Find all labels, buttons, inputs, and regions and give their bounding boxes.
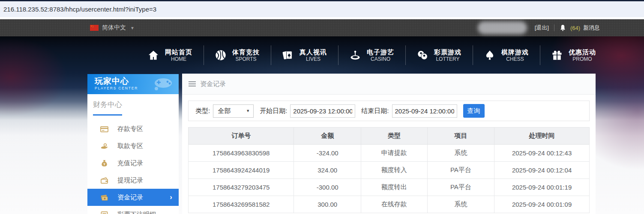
nav-item-chess[interactable]: 棋牌游戏 CHESS [473, 43, 540, 68]
fund-records-table: 订单号 金额 类型 项目 处理时间 1758643963830598 -324.… [188, 127, 590, 213]
lottery-balls-icon [416, 49, 428, 61]
cell-order-no: 1758643269581582 [189, 196, 294, 213]
cell-amount: 324.00 [294, 162, 361, 179]
gamepad-icon [152, 76, 174, 93]
nav-item-lottery[interactable]: 彩票游戏 LOTTERY [405, 43, 473, 68]
browser-address-bar[interactable]: 216.118.235.52:8783/hhcp/usercenter.html… [0, 1, 644, 17]
header-order-no: 订单号 [189, 128, 294, 145]
cell-item: 系统 [427, 145, 494, 162]
table-header-row: 订单号 金额 类型 项目 处理时间 [189, 128, 590, 145]
chevron-down-icon: ▼ [246, 109, 250, 113]
nav-label-en: HOME [171, 56, 186, 62]
section-underline [93, 114, 122, 116]
sidebar-menu: 存款专区 取款专区 充值记录 [87, 120, 179, 214]
sidebar-item-deposit-zone[interactable]: 存款专区 [87, 120, 179, 137]
table-row: 1758643269581582 300.00 在线存款 系统 2025-09-… [189, 196, 590, 213]
content-panel: 资金记录 类型: 全部 ▼ 开始日期: 结束日期: 查询 订单号 金额 类型 项… [182, 74, 596, 214]
sidebar-item-lottery-bet-details[interactable]: 彩票下注明细 [87, 206, 179, 214]
hamburger-icon [189, 80, 196, 88]
cell-type: 额度转出 [361, 179, 428, 196]
start-date-label: 开始日期: [260, 107, 287, 115]
gift-icon [551, 49, 563, 61]
cell-item: PA平台 [427, 162, 494, 179]
sidebar-item-withdraw-zone[interactable]: 取款专区 [87, 137, 179, 155]
sidebar-item-label: 资金记录 [117, 193, 143, 202]
divider [554, 24, 554, 31]
spade-icon [484, 49, 496, 61]
playing-cards-icon [282, 49, 294, 61]
sidebar-item-label: 充值记录 [117, 159, 143, 167]
sidebar-header: 玩家中心 PLAYERS CENTER [87, 74, 179, 94]
table-row: 1758643924244019 324.00 额度转入 PA平台 2025-0… [189, 162, 590, 179]
nav-label-en: SPORTS [235, 56, 256, 62]
nav-label-zh: 体育竞技 [232, 48, 260, 56]
nav-label-en: LIVES [306, 56, 321, 62]
type-filter-label: 类型: [195, 107, 210, 115]
sidebar-item-fund-records[interactable]: 资金记录 › [87, 189, 179, 206]
breadcrumb-label: 资金记录 [200, 80, 226, 88]
cell-time: 2025-09-24 00:12:43 [494, 145, 590, 162]
table-row: 1758643279203475 -300.00 额度转出 PA平台 2025-… [189, 179, 590, 196]
sidebar-item-label: 提现记录 [117, 176, 143, 184]
cell-type: 申请提款 [361, 145, 428, 162]
chevron-right-icon: › [170, 193, 172, 202]
nav-label-zh: 网站首页 [165, 48, 192, 56]
type-select[interactable]: 全部 ▼ [213, 104, 254, 118]
logout-button[interactable]: [退出] [535, 24, 549, 32]
search-button[interactable]: 查询 [463, 104, 485, 118]
cell-time: 2025-09-24 00:01:09 [494, 196, 590, 213]
cash-notes-icon [100, 193, 108, 202]
end-date-input[interactable] [392, 104, 457, 118]
header-amount: 金额 [294, 128, 361, 145]
money-bag-icon [100, 159, 108, 167]
nav-label-en: CHESS [506, 56, 524, 62]
cell-time: 2025-09-24 00:12:04 [494, 162, 590, 179]
home-icon [147, 49, 159, 61]
nav-item-home[interactable]: 网站首页 HOME [136, 43, 204, 68]
type-select-value: 全部 [218, 107, 231, 115]
sidebar-item-label: 彩票下注明细 [117, 211, 156, 214]
page-root: 216.118.235.52:8783/hhcp/usercenter.html… [0, 0, 644, 214]
sidebar-item-recharge-records[interactable]: 充值记录 [87, 155, 179, 172]
wallet-icon [100, 176, 108, 184]
cell-amount: 300.00 [294, 196, 361, 213]
page-url: 216.118.235.52:8783/hhcp/usercenter.html… [3, 6, 156, 13]
new-messages-link[interactable]: 新消息 [583, 24, 600, 32]
chevron-down-icon: ▼ [130, 26, 135, 30]
cell-type: 额度转入 [361, 162, 428, 179]
main-navigation: 网站首页 HOME 体育竞技 SPORTS 真人视讯 LIVES [0, 36, 644, 74]
nav-item-sports[interactable]: 体育竞技 SPORTS [204, 43, 271, 68]
sidebar-section: 财务中心 [87, 94, 179, 116]
sidebar-item-label: 取款专区 [117, 142, 143, 150]
header-type: 类型 [361, 128, 428, 145]
roulette-icon [349, 49, 361, 61]
header-time: 处理时间 [494, 128, 590, 145]
account-bar: 简体中文 ▼ [退出] (64) 新消息 [0, 19, 644, 36]
bank-card-icon [100, 125, 108, 133]
nav-label-zh: 优惠活动 [569, 48, 596, 56]
nav-label-en: LOTTERY [436, 56, 459, 62]
nav-item-lives[interactable]: 真人视讯 LIVES [271, 43, 338, 68]
sports-ball-icon [215, 49, 227, 61]
nav-item-promo[interactable]: 优惠活动 PROMO [540, 43, 607, 68]
cell-item: PA平台 [427, 179, 494, 196]
header-item: 项目 [427, 128, 494, 145]
message-count-badge[interactable]: (64) [570, 25, 580, 31]
nav-item-casino[interactable]: 电子游艺 CASINO [338, 43, 405, 68]
nav-label-zh: 彩票游戏 [434, 48, 461, 56]
language-selector[interactable]: 简体中文 ▼ [90, 24, 135, 32]
nav-label-zh: 电子游艺 [367, 48, 394, 56]
cell-time: 2025-09-24 00:01:19 [494, 179, 590, 196]
username-redacted [478, 21, 527, 34]
sidebar: 玩家中心 PLAYERS CENTER 财务中心 存 [87, 74, 179, 214]
cell-item: 系统 [427, 196, 494, 213]
sidebar-item-withdrawal-records[interactable]: 提现记录 [87, 172, 179, 189]
nav-label-zh: 真人视讯 [300, 48, 327, 56]
china-flag-icon [90, 25, 99, 31]
bell-icon[interactable] [560, 24, 566, 31]
start-date-input[interactable] [290, 104, 355, 118]
cell-order-no: 1758643963830598 [189, 145, 294, 162]
end-date-label: 结束日期: [361, 107, 389, 115]
table-row: 1758643963830598 -324.00 申请提款 系统 2025-09… [189, 145, 590, 162]
nav-label-zh: 棋牌游戏 [501, 48, 529, 56]
